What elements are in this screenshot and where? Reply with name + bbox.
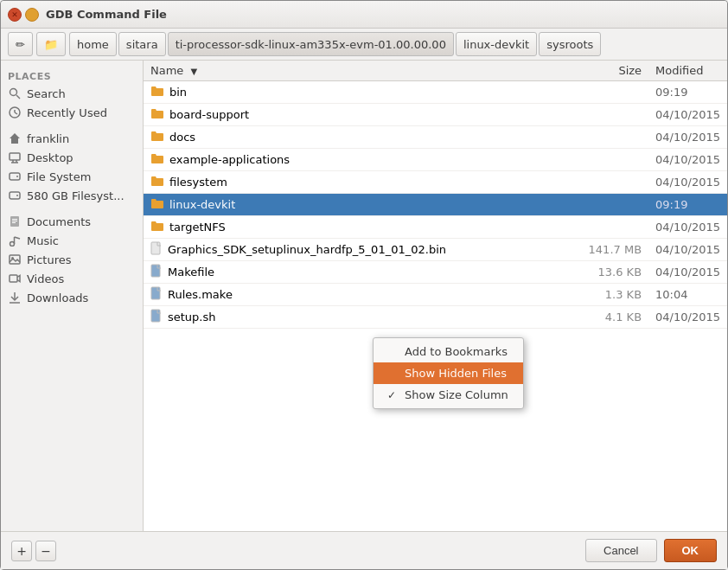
- file-modified: 09:19: [648, 194, 727, 216]
- table-row[interactable]: linux-devkit09:19: [144, 194, 727, 216]
- edit-button[interactable]: ✏: [8, 32, 33, 56]
- file-modified: 04/10/2015: [648, 306, 727, 329]
- file-size: [579, 81, 648, 104]
- search-icon: [8, 86, 22, 100]
- file-modified: 10:04: [648, 284, 727, 306]
- breadcrumb-home[interactable]: home: [69, 32, 117, 56]
- folder-button[interactable]: 📁: [36, 32, 66, 56]
- sidebar-item-music[interactable]: Music: [1, 231, 143, 250]
- size-column-header[interactable]: Size: [579, 61, 648, 81]
- bookmark-controls: + −: [11, 541, 56, 561]
- plus-icon: +: [16, 544, 27, 558]
- main-window: ✕ GDB Command File ✏ 📁 home sitara ti-pr…: [0, 0, 728, 570]
- context-menu-show-hidden[interactable]: Show Hidden Files: [374, 362, 523, 384]
- file-area: Name ▼ Size Modified: [144, 61, 727, 531]
- file-name: linux-devkit: [169, 198, 235, 211]
- table-row[interactable]: example-applications04/10/2015: [144, 149, 727, 171]
- svg-rect-23: [10, 275, 17, 282]
- file-modified: 04/10/2015: [648, 216, 727, 239]
- file-name: Makefile: [168, 266, 214, 279]
- sidebar: Places Search Recently Used franklin: [1, 61, 144, 531]
- close-button[interactable]: ✕: [8, 8, 22, 22]
- sidebar-item-recently-used[interactable]: Recently Used: [1, 103, 143, 122]
- file-icon: [150, 264, 163, 280]
- table-row[interactable]: docs04/10/2015: [144, 126, 727, 149]
- svg-rect-12: [10, 192, 20, 199]
- table-row[interactable]: setup.sh4.1 KB04/10/2015: [144, 306, 727, 329]
- remove-bookmark-button[interactable]: −: [35, 541, 56, 561]
- pictures-icon: [8, 253, 22, 266]
- folder-icon: [150, 219, 164, 235]
- svg-line-1: [16, 95, 20, 99]
- sidebar-item-downloads[interactable]: Downloads: [1, 288, 143, 307]
- file-name: targetNFS: [169, 221, 226, 234]
- file-modified: 04/10/2015: [648, 104, 727, 126]
- checkmark-icon: ✓: [387, 389, 399, 401]
- breadcrumb-sitara[interactable]: sitara: [118, 32, 166, 56]
- home-icon: [8, 131, 22, 145]
- main-content: Places Search Recently Used franklin: [1, 61, 727, 531]
- table-row[interactable]: bin09:19: [144, 81, 727, 104]
- name-column-header[interactable]: Name ▼: [144, 61, 579, 81]
- download-icon: [8, 291, 22, 304]
- file-size: [579, 126, 648, 149]
- svg-point-13: [16, 195, 18, 196]
- video-icon: [8, 272, 22, 285]
- modified-column-header[interactable]: Modified: [648, 61, 727, 81]
- minimize-button[interactable]: [25, 8, 39, 22]
- table-row[interactable]: Graphics_SDK_setuplinux_hardfp_5_01_01_0…: [144, 239, 727, 261]
- file-name: Rules.make: [168, 288, 233, 301]
- file-size: [579, 104, 648, 126]
- svg-rect-6: [10, 153, 20, 160]
- sidebar-item-580gb[interactable]: 580 GB Filesyst...: [1, 186, 143, 205]
- table-row[interactable]: targetNFS04/10/2015: [144, 216, 727, 239]
- file-name: filesystem: [169, 176, 227, 189]
- svg-rect-17: [12, 222, 16, 223]
- breadcrumb-bar: home sitara ti-processor-sdk-linux-am335…: [69, 32, 720, 56]
- desktop-icon: [8, 151, 22, 164]
- file-modified: 04/10/2015: [648, 261, 727, 284]
- toolbar: ✏ 📁 home sitara ti-processor-sdk-linux-a…: [1, 29, 727, 61]
- window-controls: ✕: [8, 8, 39, 22]
- dialog-buttons: Cancel OK: [585, 539, 717, 562]
- file-name: example-applications: [169, 153, 290, 166]
- folder-icon: [150, 174, 164, 190]
- folder-icon: [150, 84, 164, 100]
- sidebar-item-pictures[interactable]: Pictures: [1, 250, 143, 269]
- close-icon: ✕: [11, 10, 18, 19]
- file-name: Graphics_SDK_setuplinux_hardfp_5_01_01_0…: [168, 243, 446, 256]
- pencil-icon: ✏: [16, 38, 25, 51]
- cancel-button[interactable]: Cancel: [585, 539, 656, 562]
- sidebar-item-desktop[interactable]: Desktop: [1, 148, 143, 167]
- file-name: docs: [169, 131, 195, 144]
- ok-button[interactable]: OK: [664, 539, 718, 562]
- breadcrumb-linux-devkit[interactable]: linux-devkit: [456, 32, 537, 56]
- breadcrumb-sdk[interactable]: ti-processor-sdk-linux-am335x-evm-01.00.…: [168, 32, 454, 56]
- sidebar-item-documents[interactable]: Documents: [1, 212, 143, 231]
- svg-marker-5: [10, 133, 20, 144]
- sidebar-item-search[interactable]: Search: [1, 84, 143, 103]
- table-row[interactable]: filesystem04/10/2015: [144, 171, 727, 194]
- svg-rect-16: [12, 221, 17, 221]
- file-size: 13.6 KB: [579, 261, 648, 284]
- sidebar-item-filesystem[interactable]: File System: [1, 167, 143, 186]
- sort-arrow-icon: ▼: [191, 67, 198, 76]
- sidebar-item-videos[interactable]: Videos: [1, 269, 143, 288]
- table-row[interactable]: board-support04/10/2015: [144, 104, 727, 126]
- table-row[interactable]: Makefile13.6 KB04/10/2015: [144, 261, 727, 284]
- sidebar-item-franklin[interactable]: franklin: [1, 129, 143, 148]
- svg-rect-28: [151, 287, 160, 299]
- breadcrumb-sysroots[interactable]: sysroots: [539, 32, 601, 56]
- file-name: setup.sh: [168, 311, 216, 323]
- context-menu-show-size[interactable]: ✓ Show Size Column: [374, 384, 523, 406]
- context-menu-add-bookmarks[interactable]: Add to Bookmarks: [374, 341, 523, 362]
- file-list[interactable]: Name ▼ Size Modified: [144, 61, 727, 531]
- folder-icon: [150, 106, 164, 123]
- harddrive-icon: [8, 170, 22, 183]
- file-size: 1.3 KB: [579, 284, 648, 306]
- add-bookmark-button[interactable]: +: [11, 541, 32, 561]
- folder-icon: 📁: [44, 38, 58, 51]
- folder-icon: [150, 196, 164, 213]
- table-row[interactable]: Rules.make1.3 KB10:04: [144, 284, 727, 306]
- file-modified: 04/10/2015: [648, 171, 727, 194]
